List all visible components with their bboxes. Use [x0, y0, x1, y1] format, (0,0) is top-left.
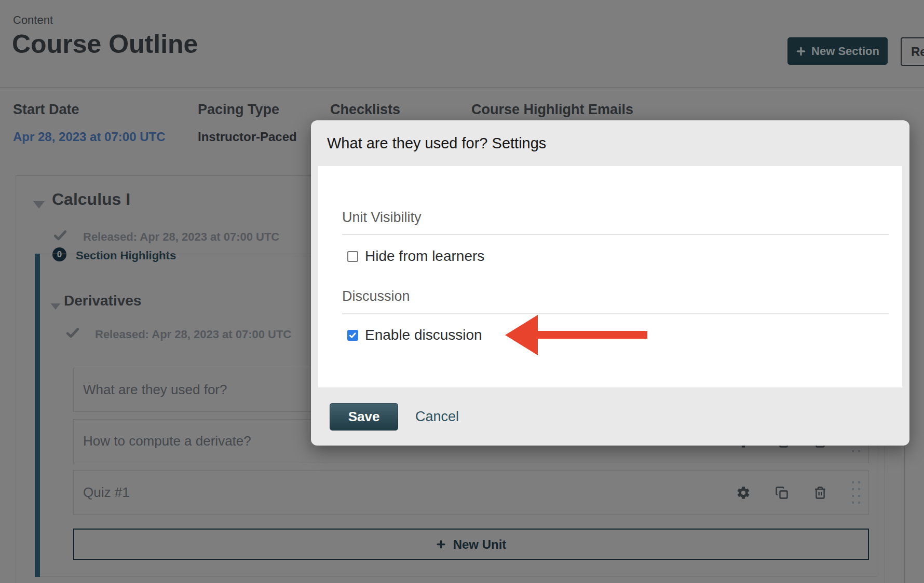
unit-visibility-divider [342, 234, 889, 235]
meta-label-checklists: Checklists [330, 102, 400, 118]
new-unit-button[interactable]: New Unit [73, 529, 869, 560]
subsection-title[interactable]: Derivatives [64, 293, 141, 309]
unit-visibility-heading: Unit Visibility [342, 210, 422, 226]
new-section-label: New Section [811, 45, 879, 58]
arrow-annotation-shaft [537, 331, 647, 339]
plus-icon [796, 46, 806, 57]
meta-label-pacing-type: Pacing Type [198, 102, 279, 118]
unit-delete-trash-icon[interactable] [812, 485, 828, 501]
hide-from-learners-checkbox[interactable] [347, 251, 358, 262]
modal-body: Unit Visibility Hide from learners Discu… [318, 166, 902, 387]
reindex-label: Re [911, 45, 924, 59]
subsection-caret-down-icon[interactable] [51, 303, 61, 310]
unit-title[interactable]: Quiz #1 [83, 484, 736, 501]
section-caret-down-icon[interactable] [33, 201, 45, 209]
discussion-divider [342, 313, 889, 314]
enable-discussion-row[interactable]: Enable discussion [347, 327, 482, 343]
unit-settings-gear-icon[interactable] [736, 485, 751, 501]
hide-from-learners-label[interactable]: Hide from learners [365, 248, 484, 265]
unit-row[interactable]: Quiz #1 [73, 470, 869, 515]
meta-label-start-date: Start Date [13, 102, 79, 118]
unit-duplicate-copy-icon[interactable] [774, 485, 790, 501]
section-released-text: Released: Apr 28, 2023 at 07:00 UTC [83, 230, 279, 244]
arrow-annotation [505, 315, 538, 355]
section-title[interactable]: Calculus I [52, 190, 130, 209]
cancel-button[interactable]: Cancel [415, 409, 459, 425]
save-button[interactable]: Save [330, 403, 398, 431]
hide-from-learners-row[interactable]: Hide from learners [347, 248, 484, 265]
new-unit-label: New Unit [453, 537, 507, 552]
section-released-check-icon [54, 229, 66, 244]
enable-discussion-label[interactable]: Enable discussion [365, 327, 482, 343]
breadcrumb-content: Content [13, 13, 53, 27]
plus-icon [436, 539, 446, 549]
pacing-type-value: Instructor-Paced [198, 130, 297, 144]
subsection-released-text: Released: Apr 28, 2023 at 07:00 UTC [95, 328, 291, 341]
unit-drag-handle-icon[interactable] [851, 480, 861, 505]
modal-title: What are they used for? Settings [327, 135, 546, 152]
new-section-button[interactable]: New Section [787, 37, 888, 65]
reindex-button[interactable]: Re [901, 37, 924, 66]
course-outline-screen: Content Course Outline New Section Re St… [0, 0, 924, 583]
page-title: Course Outline [12, 29, 198, 59]
unit-settings-modal: What are they used for? Settings Unit Vi… [311, 120, 909, 446]
subsection-released-check-icon [66, 327, 79, 341]
enable-discussion-checkbox[interactable] [347, 330, 358, 341]
discussion-heading: Discussion [342, 288, 410, 304]
header-divider [0, 87, 924, 88]
start-date-link[interactable]: Apr 28, 2023 at 07:00 UTC [13, 130, 165, 144]
meta-label-course-highlight-emails: Course Highlight Emails [471, 102, 633, 118]
subsection-accent-bar [35, 254, 40, 577]
